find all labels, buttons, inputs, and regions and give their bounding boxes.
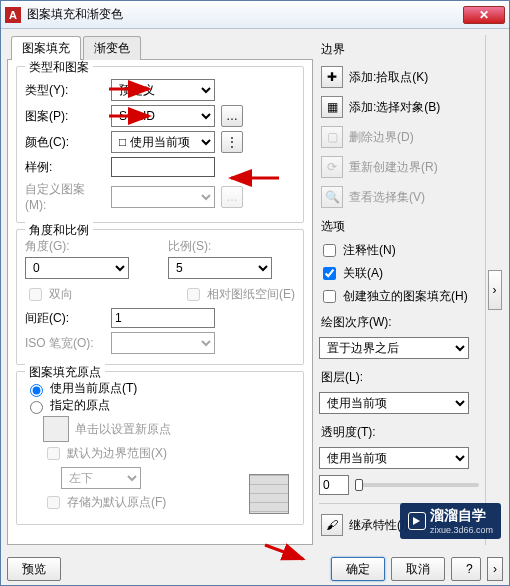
slider-thumb[interactable] — [355, 479, 363, 491]
label-relpaper: 相对图纸空间(E) — [207, 286, 295, 303]
combo-layer[interactable]: 使用当前项 — [319, 392, 469, 414]
label-layer: 图层(L): — [321, 369, 479, 386]
label-annotative: 注释性(N) — [343, 242, 396, 259]
label-sample: 样例: — [25, 159, 105, 176]
brand-name: 溜溜自学 — [430, 507, 493, 525]
check-annotative[interactable] — [323, 244, 336, 257]
label-recreate-boundary: 重新创建边界(R) — [349, 159, 438, 176]
footer-expand-button[interactable]: › — [487, 557, 503, 581]
label-draw-order: 绘图次序(W): — [321, 314, 479, 331]
color-picker-button[interactable]: ⋮ — [221, 131, 243, 153]
label-pattern: 图案(P): — [25, 108, 105, 125]
check-separate-hatch[interactable] — [323, 290, 336, 303]
combo-custom-pattern — [111, 186, 215, 208]
inherit-icon: 🖌 — [321, 514, 343, 536]
label-custom-pattern: 自定义图案(M): — [25, 181, 105, 212]
label-scale: 比例(S): — [168, 238, 295, 255]
label-iso: ISO 笔宽(O): — [25, 335, 105, 352]
help-button[interactable]: ? — [451, 557, 481, 581]
sample-swatch[interactable] — [111, 157, 215, 177]
label-add-select: 添加:选择对象(B) — [349, 99, 440, 116]
app-icon: A — [5, 7, 21, 23]
origin-preview-icon — [249, 474, 289, 514]
combo-angle[interactable]: 0 — [25, 257, 129, 279]
combo-scale[interactable]: 5 — [168, 257, 272, 279]
tab-gradient[interactable]: 渐变色 — [83, 36, 141, 60]
group-title-origin: 图案填充原点 — [25, 364, 105, 381]
combo-type[interactable]: 预定义 — [111, 79, 215, 101]
combo-draw-order[interactable]: 置于边界之后 — [319, 337, 469, 359]
label-associative: 关联(A) — [343, 265, 383, 282]
custom-pattern-browse-button: … — [221, 186, 243, 208]
input-spacing[interactable] — [111, 308, 215, 328]
brand-url: zixue.3d66.com — [430, 525, 493, 535]
label-transparency: 透明度(T): — [321, 424, 479, 441]
view-icon: 🔍 — [321, 186, 343, 208]
check-default-boundary — [47, 447, 60, 460]
selectobj-icon: ▦ — [321, 96, 343, 118]
combo-pattern[interactable]: SOLID — [111, 105, 215, 127]
play-icon — [408, 512, 426, 530]
label-default-boundary: 默认为边界范围(X) — [67, 445, 167, 462]
group-title-type: 类型和图案 — [25, 60, 93, 76]
group-title-angle-scale: 角度和比例 — [25, 222, 93, 239]
label-store-default: 存储为默认原点(F) — [67, 494, 166, 511]
cancel-button[interactable]: 取消 — [391, 557, 445, 581]
btn-recreate-boundary: ⟳重新创建边界(R) — [319, 154, 479, 180]
tab-hatch[interactable]: 图案填充 — [11, 36, 81, 60]
window-title: 图案填充和渐变色 — [27, 6, 463, 23]
pickpoint-icon: ✚ — [321, 66, 343, 88]
label-boundary-title: 边界 — [321, 41, 479, 58]
label-remove-boundary: 删除边界(D) — [349, 129, 414, 146]
check-double — [29, 288, 42, 301]
label-color: 颜色(C): — [25, 134, 105, 151]
check-store-default — [47, 496, 60, 509]
label-options-title: 选项 — [321, 218, 479, 235]
combo-color[interactable]: □ 使用当前项 — [111, 131, 215, 153]
label-angle: 角度(G): — [25, 238, 152, 255]
pattern-browse-button[interactable]: … — [221, 105, 243, 127]
label-click-set-origin: 单击以设置新原点 — [75, 421, 171, 438]
slider-transparency[interactable] — [355, 483, 479, 487]
check-relpaper — [187, 288, 200, 301]
label-double: 双向 — [49, 286, 73, 303]
label-type: 类型(Y): — [25, 82, 105, 99]
btn-add-selectobjects[interactable]: ▦添加:选择对象(B) — [319, 94, 479, 120]
btn-view-selection: 🔍查看选择集(V) — [319, 184, 479, 210]
label-use-current-origin: 使用当前原点(T) — [50, 380, 137, 397]
radio-specified-origin[interactable] — [30, 401, 43, 414]
label-add-pick: 添加:拾取点(K) — [349, 69, 428, 86]
combo-corner: 左下 — [61, 467, 141, 489]
btn-add-pickpoints[interactable]: ✚添加:拾取点(K) — [319, 64, 479, 90]
brand-watermark: 溜溜自学 zixue.3d66.com — [400, 503, 501, 539]
radio-use-current-origin[interactable] — [30, 384, 43, 397]
combo-transparency[interactable]: 使用当前项 — [319, 447, 469, 469]
label-specified-origin: 指定的原点 — [50, 397, 110, 414]
combo-iso — [111, 332, 215, 354]
input-transparency-value[interactable] — [319, 475, 349, 495]
label-separate-hatch: 创建独立的图案填充(H) — [343, 288, 468, 305]
recreate-icon: ⟳ — [321, 156, 343, 178]
btn-remove-boundary: ▢删除边界(D) — [319, 124, 479, 150]
preview-button[interactable]: 预览 — [7, 557, 61, 581]
label-view-selection: 查看选择集(V) — [349, 189, 425, 206]
close-button[interactable]: ✕ — [463, 6, 505, 24]
ok-button[interactable]: 确定 — [331, 557, 385, 581]
label-spacing: 间距(C): — [25, 310, 105, 327]
delete-icon: ▢ — [321, 126, 343, 148]
expand-panel-button[interactable]: › — [488, 270, 502, 310]
set-origin-icon — [43, 416, 69, 442]
check-associative[interactable] — [323, 267, 336, 280]
